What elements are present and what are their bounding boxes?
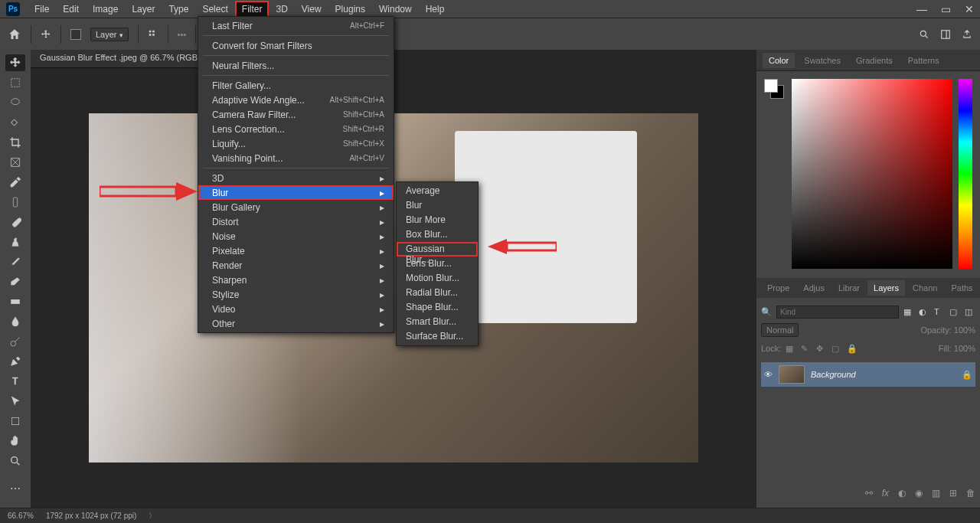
zoom-tool[interactable] xyxy=(5,453,25,469)
group-icon[interactable]: ▥ xyxy=(932,488,940,498)
filter-adjust-icon[interactable]: ◐ xyxy=(919,307,929,317)
tab-paths[interactable]: Paths xyxy=(945,280,978,296)
menuitem-lens-correction[interactable]: Lens Correction...Shift+Ctrl+R xyxy=(198,122,394,136)
menuitem-other[interactable]: Other▸ xyxy=(198,316,394,331)
filter-type-icon[interactable]: T xyxy=(934,307,945,316)
delete-layer-icon[interactable]: 🗑 xyxy=(966,488,975,498)
menuitem-pixelate[interactable]: Pixelate▸ xyxy=(198,244,394,258)
layer-row-background[interactable]: 👁 Background 🔒 xyxy=(761,362,975,387)
menuitem-filter-gallery[interactable]: Filter Gallery... xyxy=(198,78,394,93)
filter-smart-icon[interactable]: ◫ xyxy=(965,307,975,317)
menuitem-3d[interactable]: 3D▸ xyxy=(198,171,394,185)
hue-slider[interactable] xyxy=(959,79,972,269)
submenuitem-motion-blur[interactable]: Motion Blur... xyxy=(397,271,478,286)
layer-kind-filter[interactable] xyxy=(776,306,899,319)
move-tool[interactable] xyxy=(5,54,25,71)
menu-filter[interactable]: Filter xyxy=(235,1,270,18)
menuitem-stylize[interactable]: Stylize▸ xyxy=(198,287,394,302)
quick-select-tool[interactable] xyxy=(5,114,25,131)
document-tab[interactable]: Gaussian Blur Effect .jpeg @ 66.7% (RGB xyxy=(31,50,207,68)
dodge-tool[interactable] xyxy=(5,333,25,350)
menuitem-video[interactable]: Video▸ xyxy=(198,302,394,316)
menuitem-sharpen[interactable]: Sharpen▸ xyxy=(198,273,394,287)
submenuitem-lens-blur[interactable]: Lens Blur... xyxy=(397,257,478,271)
healing-tool[interactable] xyxy=(5,194,25,211)
lock-all-icon[interactable]: 🔒 xyxy=(847,344,858,354)
brush-tool[interactable] xyxy=(5,214,25,230)
menu-3d[interactable]: 3D xyxy=(269,1,294,18)
info-chevron-icon[interactable]: 〉 xyxy=(149,511,156,521)
layer-select[interactable]: Layer ▾ xyxy=(90,28,129,41)
pen-tool[interactable] xyxy=(5,353,25,370)
menu-window[interactable]: Window xyxy=(372,1,419,18)
submenuitem-box-blur[interactable]: Box Blur... xyxy=(397,227,478,242)
color-field[interactable] xyxy=(792,79,952,269)
tab-libraries[interactable]: Librar xyxy=(832,280,866,296)
home-icon[interactable] xyxy=(8,28,21,41)
fx-icon[interactable]: fx xyxy=(882,488,889,498)
menu-help[interactable]: Help xyxy=(419,1,452,18)
menu-edit[interactable]: Edit xyxy=(56,1,86,18)
submenuitem-average[interactable]: Average xyxy=(397,184,478,198)
workspace-icon[interactable] xyxy=(940,29,951,40)
lasso-tool[interactable] xyxy=(5,94,25,111)
blur-tool[interactable] xyxy=(5,313,25,330)
clone-tool[interactable] xyxy=(5,234,25,250)
path-select-tool[interactable] xyxy=(5,393,25,410)
move-icon[interactable] xyxy=(41,29,51,40)
menuitem-render[interactable]: Render▸ xyxy=(198,258,394,273)
edit-toolbar[interactable]: ⋯ xyxy=(5,480,25,497)
minimize-icon[interactable]: — xyxy=(916,3,927,15)
lock-icon[interactable]: 🔒 xyxy=(962,370,972,380)
menuitem-last-filter[interactable]: Last FilterAlt+Ctrl+F xyxy=(198,18,394,33)
filter-shape-icon[interactable]: ▢ xyxy=(949,307,960,317)
mask-icon[interactable]: ◐ xyxy=(898,488,906,498)
search-icon[interactable] xyxy=(919,29,929,40)
menu-file[interactable]: File xyxy=(28,1,56,18)
marquee-tool[interactable] xyxy=(5,74,25,91)
menuitem-noise[interactable]: Noise▸ xyxy=(198,229,394,244)
crop-tool[interactable] xyxy=(5,134,25,151)
lock-move-icon[interactable]: ✥ xyxy=(816,344,827,354)
menuitem-adaptive-wide-angle[interactable]: Adaptive Wide Angle...Alt+Shift+Ctrl+A xyxy=(198,93,394,107)
link-layers-icon[interactable]: ⚯ xyxy=(865,488,873,498)
menuitem-neural-filters[interactable]: Neural Filters... xyxy=(198,58,394,73)
tab-swatches[interactable]: Swatches xyxy=(798,53,847,68)
history-brush-tool[interactable] xyxy=(5,253,25,270)
share-icon[interactable] xyxy=(962,29,972,40)
lock-pixels-icon[interactable]: ▦ xyxy=(786,344,796,354)
submenuitem-blur[interactable]: Blur xyxy=(397,198,478,213)
auto-select-toggle[interactable] xyxy=(70,29,81,40)
tab-adjustments[interactable]: Adjus xyxy=(797,280,831,296)
filter-pixel-icon[interactable]: ▦ xyxy=(903,307,914,317)
submenuitem-gaussian-blur[interactable]: Gaussian Blur... xyxy=(397,242,478,257)
submenuitem-shape-blur[interactable]: Shape Blur... xyxy=(397,300,478,315)
menu-plugins[interactable]: Plugins xyxy=(328,1,372,18)
gradient-tool[interactable] xyxy=(5,293,25,310)
close-icon[interactable]: ✕ xyxy=(965,3,974,15)
menuitem-blur-gallery[interactable]: Blur Gallery▸ xyxy=(198,200,394,214)
type-tool[interactable]: T xyxy=(5,373,25,390)
submenuitem-surface-blur[interactable]: Surface Blur... xyxy=(397,329,478,344)
adjustment-icon[interactable]: ◉ xyxy=(915,488,923,498)
foreground-color[interactable] xyxy=(764,79,778,93)
menu-layer[interactable]: Layer xyxy=(125,1,162,18)
menuitem-smart-filters[interactable]: Convert for Smart Filters xyxy=(198,38,394,53)
menu-select[interactable]: Select xyxy=(195,1,234,18)
submenuitem-radial-blur[interactable]: Radial Blur... xyxy=(397,286,478,300)
new-layer-icon[interactable]: ⊞ xyxy=(949,488,957,498)
visibility-icon[interactable]: 👁 xyxy=(764,370,773,379)
fill-value[interactable]: 100% xyxy=(954,344,975,353)
menuitem-blur[interactable]: Blur▸ xyxy=(198,185,394,200)
menuitem-distort[interactable]: Distort▸ xyxy=(198,214,394,229)
eyedropper-tool[interactable] xyxy=(5,174,25,191)
eraser-tool[interactable] xyxy=(5,273,25,290)
submenuitem-smart-blur[interactable]: Smart Blur... xyxy=(397,315,478,329)
layer-name[interactable]: Background xyxy=(811,370,856,379)
shape-tool[interactable] xyxy=(5,413,25,430)
frame-tool[interactable] xyxy=(5,154,25,171)
tab-gradients[interactable]: Gradients xyxy=(850,53,899,68)
align-icon[interactable] xyxy=(148,29,158,40)
menuitem-camera-raw[interactable]: Camera Raw Filter...Shift+Ctrl+A xyxy=(198,107,394,122)
tab-channels[interactable]: Chann xyxy=(906,280,943,296)
